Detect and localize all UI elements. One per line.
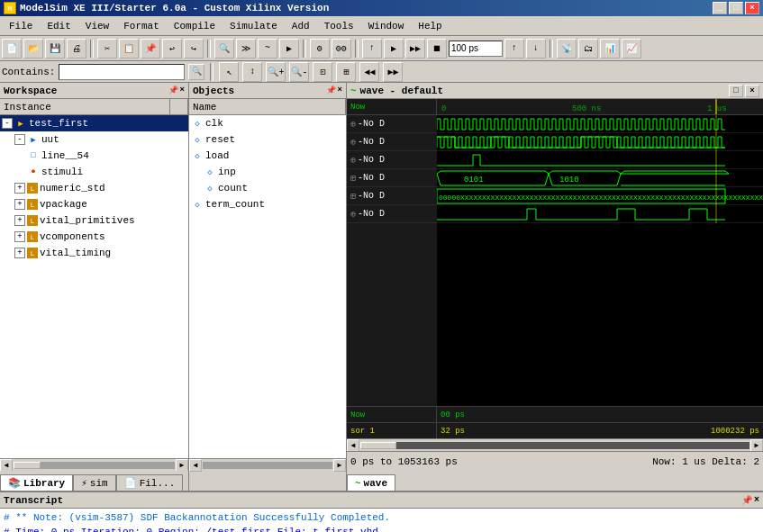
print-button[interactable]: 🖨 xyxy=(67,39,86,59)
transcript-content[interactable]: # ** Note: (vsim-3587) SDF Backannotatio… xyxy=(0,509,763,532)
restart-button[interactable]: ↑ xyxy=(362,39,382,59)
tab-library[interactable]: 📚 Library xyxy=(0,474,73,491)
paste-button[interactable]: 📌 xyxy=(141,39,160,59)
expand-test-first[interactable]: - xyxy=(2,118,13,129)
tree-item-vcomponents[interactable]: + L vcomponents xyxy=(0,229,188,245)
zoom-fit-button[interactable]: ⊡ xyxy=(313,62,332,82)
wave-hscroll[interactable]: ◀ ▶ xyxy=(347,438,763,451)
close-button[interactable]: × xyxy=(745,2,759,14)
compile-button[interactable]: ⚙ xyxy=(310,39,330,59)
open-button[interactable]: 📂 xyxy=(23,39,43,59)
step-button[interactable]: ↑ xyxy=(504,39,524,59)
objects-pin-icon[interactable]: 📌 xyxy=(326,86,336,95)
objects-tree[interactable]: ◇ clk ◇ reset ◇ load ◇ inp ◇ count xyxy=(189,115,346,458)
minimize-button[interactable]: _ xyxy=(713,2,727,14)
maximize-button[interactable]: □ xyxy=(729,2,743,14)
zoom-in-button[interactable]: 🔍+ xyxy=(266,62,286,82)
menu-compile[interactable]: Compile xyxy=(167,19,223,33)
expand-vpackage[interactable]: + xyxy=(14,199,25,210)
hscroll-thumb[interactable] xyxy=(14,462,41,469)
obj-term-count[interactable]: ◇ term_count xyxy=(189,196,346,212)
coverage-button[interactable]: 📈 xyxy=(622,39,641,59)
signal-spy-button[interactable]: 📡 xyxy=(557,39,577,59)
run-all-button[interactable]: ▶▶ xyxy=(405,39,425,59)
select-mode-button[interactable]: ↖ xyxy=(219,62,239,82)
mem-button[interactable]: 🗂 xyxy=(578,39,598,59)
sim-button[interactable]: ▶ xyxy=(279,39,299,59)
next-event-button[interactable]: ▶▶ xyxy=(383,62,403,82)
wave-cursor-button[interactable]: ↕ xyxy=(242,62,262,82)
expand-uut[interactable]: - xyxy=(14,134,25,145)
menu-simulate[interactable]: Simulate xyxy=(223,19,285,33)
transcript-pin-icon[interactable]: 📌 xyxy=(741,495,752,506)
wave-hscroll-right[interactable]: ▶ xyxy=(750,439,763,452)
obj-load[interactable]: ◇ load xyxy=(189,148,346,164)
workspace-pin-icon[interactable]: 📌 xyxy=(168,86,178,95)
tab-sim[interactable]: ⚡ sim xyxy=(73,474,115,491)
zoom-region-button[interactable]: ⊞ xyxy=(336,62,356,82)
tree-item-vpackage[interactable]: + L vpackage xyxy=(0,196,188,212)
expand-numeric-std[interactable]: + xyxy=(14,183,25,194)
find-button[interactable]: 🔍 xyxy=(214,39,234,59)
zoom-out-button[interactable]: 🔍- xyxy=(289,62,309,82)
tree-item-numeric-std[interactable]: + L numeric_std xyxy=(0,180,188,196)
step-down-button[interactable]: ↓ xyxy=(526,39,546,59)
search-button[interactable]: 🔍 xyxy=(188,64,204,80)
tab-files[interactable]: 📄 Fil... xyxy=(116,474,184,491)
menu-edit[interactable]: Edit xyxy=(40,19,77,33)
undo-button[interactable]: ↩ xyxy=(162,39,182,59)
redo-button[interactable]: ↪ xyxy=(184,39,204,59)
objects-close-icon[interactable]: × xyxy=(338,86,342,95)
wave-hscroll-left[interactable]: ◀ xyxy=(347,439,359,452)
wave-button[interactable]: ~ xyxy=(258,39,277,59)
tree-item-line54[interactable]: □ line__54 xyxy=(0,148,188,164)
wave-hscroll-thumb[interactable] xyxy=(360,442,396,449)
obj-count[interactable]: ◇ count xyxy=(189,180,346,196)
tree-item-vital-timing[interactable]: + L vital_timing xyxy=(0,245,188,261)
copy-button[interactable]: 📋 xyxy=(119,39,139,59)
wave-forms[interactable]: 0101 1010 00000XXXXXXXXXXXXXXXXXXXXXXXXX… xyxy=(437,115,763,406)
expand-vital-prims[interactable]: + xyxy=(14,215,25,226)
new-button[interactable]: 📄 xyxy=(2,39,22,59)
workspace-close-icon[interactable]: × xyxy=(180,86,185,95)
profile-button[interactable]: 📊 xyxy=(600,39,620,59)
run-button[interactable]: ▶ xyxy=(384,39,404,59)
obj-hscroll-track[interactable] xyxy=(203,462,332,469)
tree-item-vital-primitives[interactable]: + L vital_primitives xyxy=(0,212,188,229)
search-input[interactable] xyxy=(59,64,185,80)
hscroll-left[interactable]: ◀ xyxy=(0,459,13,472)
transcript-close-icon[interactable]: × xyxy=(754,495,759,506)
hscroll-track[interactable] xyxy=(14,462,175,469)
obj-inp[interactable]: ◇ inp xyxy=(189,164,346,180)
time-input[interactable]: 100 ps xyxy=(449,41,503,57)
objects-hscroll[interactable]: ◀ ▶ xyxy=(189,458,346,471)
menu-tools[interactable]: Tools xyxy=(317,19,361,33)
cut-button[interactable]: ✂ xyxy=(97,39,117,59)
hscroll-right[interactable]: ▶ xyxy=(176,459,188,472)
break-button[interactable]: ⏹ xyxy=(427,39,447,59)
prev-event-button[interactable]: ◀◀ xyxy=(359,62,379,82)
compile-all-button[interactable]: ⚙⚙ xyxy=(332,39,351,59)
tab-wave[interactable]: ~ wave xyxy=(347,474,395,491)
menu-add[interactable]: Add xyxy=(285,19,317,33)
save-button[interactable]: 💾 xyxy=(45,39,65,59)
obj-hscroll-left[interactable]: ◀ xyxy=(189,459,202,472)
workspace-hscroll[interactable]: ◀ ▶ xyxy=(0,458,188,471)
obj-hscroll-right[interactable]: ▶ xyxy=(333,459,346,472)
menu-format[interactable]: Format xyxy=(116,19,167,33)
menu-file[interactable]: File xyxy=(2,19,40,33)
workspace-tree[interactable]: - ▶ test_first - ▶ uut □ line__54 xyxy=(0,115,188,458)
expand-vital-timing[interactable]: + xyxy=(14,248,25,258)
wave-restore-btn[interactable]: □ xyxy=(729,85,743,97)
find-next-button[interactable]: ≫ xyxy=(236,39,256,59)
tree-item-uut[interactable]: - ▶ uut xyxy=(0,131,188,148)
tree-item-test-first[interactable]: - ▶ test_first xyxy=(0,115,188,131)
expand-vcomponents[interactable]: + xyxy=(14,231,25,242)
obj-clk[interactable]: ◇ clk xyxy=(189,115,346,131)
menu-window[interactable]: Window xyxy=(361,19,412,33)
tree-item-stimuli[interactable]: ● stimuli xyxy=(0,164,188,180)
obj-reset[interactable]: ◇ reset xyxy=(189,131,346,148)
menu-view[interactable]: View xyxy=(78,19,116,33)
menu-help[interactable]: Help xyxy=(411,19,449,33)
wave-close-btn[interactable]: × xyxy=(745,85,759,97)
